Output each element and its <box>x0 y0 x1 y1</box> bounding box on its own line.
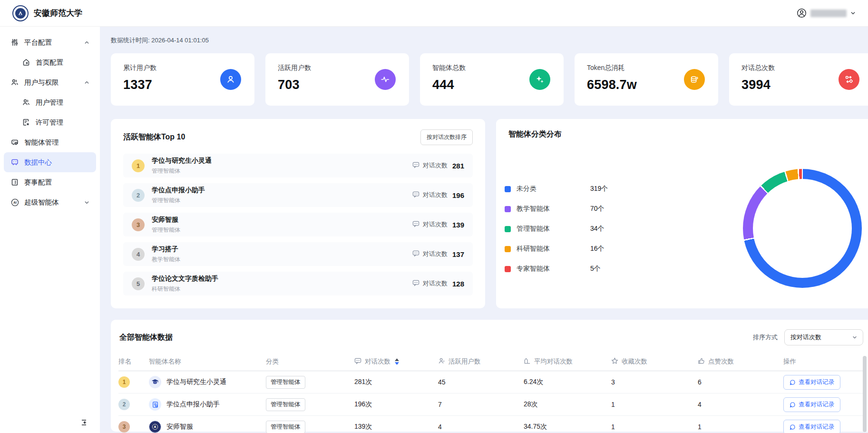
metric-label: 对话次数 <box>423 250 448 258</box>
legend-value: 34个 <box>590 225 605 233</box>
brand: 安徽师范大学 <box>12 5 82 21</box>
sort-carets-icon[interactable] <box>395 358 399 365</box>
legend-swatch <box>505 186 511 192</box>
agent-name: 学习搭子 <box>152 245 180 254</box>
sidebar-item-users-permissions[interactable]: 用户与权限 <box>0 72 100 92</box>
view-conversations-button[interactable]: 查看对话记录 <box>783 397 840 412</box>
legend-label: 教学智能体 <box>517 205 585 213</box>
rank-badge: 2 <box>132 189 145 202</box>
legend-value: 5个 <box>590 265 601 273</box>
sidebar-item-license-management[interactable]: 许可管理 <box>0 112 100 132</box>
metric-value: 281 <box>452 162 464 170</box>
legend-item[interactable]: 科研智能体 16个 <box>505 239 628 259</box>
agent-name: 安师智服 <box>166 423 193 431</box>
conversations-cell: 139次 <box>354 423 438 431</box>
stat-card-total-conversations: 对话总次数 3994 <box>729 53 868 106</box>
agent-name: 学位点申报小助手 <box>152 186 205 195</box>
metric-label: 对话次数 <box>423 220 448 229</box>
pulse-icon <box>375 69 396 90</box>
top10-title: 活跃智能体Top 10 <box>123 132 185 142</box>
robot-icon <box>10 138 19 146</box>
legend-swatch <box>505 246 511 252</box>
user-group-icon <box>22 98 30 106</box>
list-item: 2 学位点申报小助手 管理智能体 对话次数 196 <box>123 183 473 207</box>
sidebar-item-data-center[interactable]: 数据中心 <box>4 152 96 172</box>
sidebar-item-super-agent[interactable]: AI 超级智能体 <box>0 192 100 212</box>
agent-name: 学位与研究生小灵通 <box>166 378 226 386</box>
sidebar-item-label: 智能体管理 <box>24 138 59 147</box>
chat-bubble-icon <box>412 250 419 259</box>
metric-value: 137 <box>452 250 464 258</box>
legend-item[interactable]: 管理智能体 34个 <box>505 219 628 239</box>
active-users-cell: 7 <box>438 401 524 408</box>
view-conversations-button[interactable]: 查看对话记录 <box>783 375 840 390</box>
column-header-category: 分类 <box>266 357 354 366</box>
sidebar-item-user-management[interactable]: 用户管理 <box>0 92 100 112</box>
top-header: 安徽师范大学 <box>0 0 868 27</box>
chevron-down-icon[interactable] <box>850 10 856 16</box>
favorites-cell: 1 <box>611 423 698 431</box>
sidebar-item-label: 平台配置 <box>24 38 52 47</box>
stats-timestamp: 数据统计时间: 2026-04-14 01:01:05 <box>111 36 868 45</box>
sidebar-item-platform-config[interactable]: 平台配置 <box>0 32 100 52</box>
rank-badge: 3 <box>132 218 145 231</box>
top10-sort-button[interactable]: 按对话次数排序 <box>420 129 473 145</box>
user-menu[interactable] <box>797 8 856 18</box>
stat-card-total-agents: 智能体总数 444 <box>420 53 564 106</box>
chat-bubble-icon <box>354 357 361 366</box>
vertical-scrollbar[interactable] <box>863 356 867 432</box>
donut-hole <box>753 179 852 278</box>
column-header-favorites: 收藏次数 <box>611 357 698 366</box>
university-logo <box>12 5 29 21</box>
agent-category: 管理智能体 <box>152 226 180 234</box>
agent-avatar-seal <box>149 421 161 433</box>
column-header-conversations[interactable]: 对话次数 <box>354 357 438 366</box>
user-circle-icon <box>797 8 807 18</box>
favorites-cell: 1 <box>611 401 698 408</box>
rank-badge: 1 <box>118 376 130 388</box>
stat-card-active-users: 活跃用户数 703 <box>265 53 409 106</box>
donut-chart <box>743 169 862 288</box>
metric-label: 对话次数 <box>423 191 448 199</box>
rank-badge: 5 <box>132 277 145 290</box>
agent-name: 安师智服 <box>152 216 180 224</box>
legend-label: 专家智能体 <box>517 265 585 273</box>
legend-swatch <box>505 266 511 272</box>
agents-table-panel: 全部智能体数据 排序方式 按对话次数 排名 智能体名称 分类 对话次数 <box>111 320 868 432</box>
ai-circle-icon: AI <box>10 198 19 207</box>
sort-mode-value: 按对话次数 <box>790 333 821 342</box>
agent-avatar-document <box>149 398 161 411</box>
legend-label: 未分类 <box>517 185 585 193</box>
sidebar-item-competition-config[interactable]: 赛事配置 <box>0 172 100 192</box>
chevron-down-icon <box>852 335 857 340</box>
sidebar-item-home-config[interactable]: 首页配置 <box>0 52 100 72</box>
agent-name: 学位论文文字质检助手 <box>152 275 218 283</box>
rank-badge: 4 <box>132 248 145 261</box>
legend-label: 管理智能体 <box>517 225 585 233</box>
sort-mode-label: 排序方式 <box>753 333 778 342</box>
sync-icon <box>839 69 859 90</box>
column-header-avg-conversations: 平均对话次数 <box>524 357 611 366</box>
likes-cell: 4 <box>698 401 783 408</box>
likes-cell: 1 <box>698 423 783 431</box>
sidebar-collapse-icon[interactable] <box>81 419 89 428</box>
legend-swatch <box>505 226 511 232</box>
legend-item[interactable]: 教学智能体 70个 <box>505 199 628 219</box>
category-tag: 管理智能体 <box>266 376 305 389</box>
page-title: 安徽师范大学 <box>34 8 82 19</box>
top10-panel: 活跃智能体Top 10 按对话次数排序 1 学位与研究生小灵通 管理智能体 对话… <box>111 119 485 308</box>
main-content: 数据统计时间: 2026-04-14 01:01:05 累计用户数 1337 活… <box>100 27 868 433</box>
sort-mode-select[interactable]: 按对话次数 <box>784 329 863 345</box>
legend-item[interactable]: 未分类 319个 <box>505 179 628 199</box>
stat-cards-row: 累计用户数 1337 活跃用户数 703 智能体总数 444 <box>111 53 868 106</box>
agent-avatar-graduate <box>149 376 161 388</box>
agent-category: 教学智能体 <box>152 256 180 264</box>
list-item: 4 学习搭子 教学智能体 对话次数 137 <box>123 242 473 266</box>
category-tag: 管理智能体 <box>266 398 305 411</box>
view-conversations-button[interactable]: 查看对话记录 <box>783 420 840 433</box>
legend-item[interactable]: 专家智能体 5个 <box>505 259 628 279</box>
sidebar-item-label: 赛事配置 <box>24 178 52 187</box>
sidebar-item-agent-management[interactable]: 智能体管理 <box>0 132 100 152</box>
list-item: 1 学位与研究生小灵通 管理智能体 对话次数 281 <box>123 154 473 177</box>
legend-value: 319个 <box>590 185 608 193</box>
